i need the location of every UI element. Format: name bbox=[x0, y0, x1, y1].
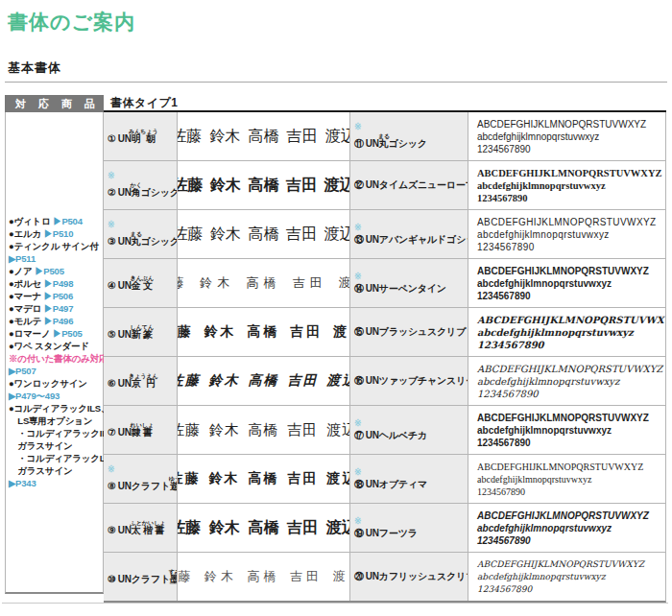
product-item: ●ワンロックサイン bbox=[9, 377, 103, 390]
font-label-cell: ※②UN角かくゴシック bbox=[104, 161, 178, 209]
table-row: ①UN明朝みんちょう佐藤 鈴木 高橋 吉田 渡辺※⑪UN丸まるゴシックABCDE… bbox=[104, 112, 665, 161]
product-item: ●マデロ ▶P497 bbox=[9, 302, 103, 315]
latin-sample: ABCDEFGHIJKLMNOPQRSTUVWXYZabcdefghijklmn… bbox=[468, 210, 665, 258]
font-number: ⑩ bbox=[108, 574, 116, 584]
section-title: 基本書体 bbox=[8, 60, 61, 75]
kanji-sample: 佐藤 鈴木 高橋 吉田 渡辺 bbox=[178, 112, 350, 160]
font-label-cell: ※⑬UNアバンギャルドゴシック bbox=[350, 210, 468, 258]
font-number: ⑪ bbox=[354, 138, 364, 149]
font-label-cell: ※⑧UNクラフト遊ゆう bbox=[104, 455, 178, 503]
product-item: LS専用オプション bbox=[9, 415, 103, 427]
font-number: ⑯ bbox=[354, 375, 364, 386]
kanji-sample: 佐藤 鈴木 高橋 吉田 渡辺 bbox=[178, 553, 350, 601]
product-item: ▶P343 bbox=[9, 477, 103, 489]
product-name: ●マーナ bbox=[9, 291, 43, 301]
latin-line: 1234567890 bbox=[477, 437, 665, 449]
latin-sample: ABCDEFGHIJKLMNOPQRSTUVWXYZabcdefghijklmn… bbox=[468, 455, 665, 503]
latin-sample: ABCDEFGHIJKLMNOPQRSTUVWXYZabcdefghijklmn… bbox=[468, 161, 665, 209]
latin-sample: ABCDEFGHIJKLMNOPQRSTUVWXYZabcdefghijklmn… bbox=[468, 308, 665, 356]
font-name: ④UN金文きんぶん bbox=[108, 275, 177, 292]
font-name: ⑫UNタイムズニューローマン bbox=[354, 179, 468, 191]
latin-line: ABCDEFGHIJKLMNOPQRSTUVWXYZ bbox=[477, 461, 665, 473]
font-name: ②UN角かくゴシック bbox=[108, 182, 177, 199]
page-title: 書体のご案内 bbox=[8, 9, 135, 36]
font-name: ⑱UNオプティマ bbox=[354, 479, 468, 490]
product-item: ●モルテ ▶P496 bbox=[9, 315, 103, 327]
page-link[interactable]: ▶P505 bbox=[35, 266, 64, 276]
font-label-cell: ※⑲UNフーツラ bbox=[350, 504, 468, 552]
table-row: ⑥UN京円きょうえん佐藤 鈴木 高橋 吉田 渡辺⑯UNツァップチャンスリーABC… bbox=[104, 357, 665, 406]
kanji-sample: 佐藤 鈴木 高橋 吉田 渡辺 bbox=[178, 259, 350, 307]
page-link[interactable]: ▶P496 bbox=[44, 316, 74, 326]
font-number: ⑫ bbox=[354, 179, 364, 190]
font-table: 対応商品 ●ヴィトロ ▶P504●エルカ ▶P510●ティンクル サイン付▶P5… bbox=[5, 95, 666, 603]
kanji-sample: 佐藤 鈴木 高橋 吉田 渡辺 bbox=[178, 406, 350, 454]
latin-line: ABCDEFGHIJKLMNOPQRSTUVWXYZ bbox=[477, 509, 665, 522]
page-link[interactable]: ▶P343 bbox=[9, 478, 36, 488]
font-label-cell: ⑥UN京円きょうえん bbox=[104, 357, 178, 405]
product-name: ・コルディアラックILS bbox=[9, 428, 113, 438]
font-name: ⑩UNクラフト墨すみ bbox=[108, 569, 177, 585]
page-link[interactable]: ▶P511 bbox=[9, 253, 36, 264]
font-name: ⑬UNアバンギャルドゴシック bbox=[354, 234, 468, 246]
page-link[interactable]: ▶P505 bbox=[53, 328, 83, 339]
latin-line: 1234567890 bbox=[477, 583, 665, 596]
product-item: ●ティンクル サイン付 bbox=[9, 240, 103, 252]
latin-line: abcdefghijklmnopqrstuvwxyz bbox=[477, 424, 665, 437]
note-text: ※の付いた書体のみ対応 bbox=[9, 353, 108, 364]
latin-line: abcdefghijklmnopqrstuvwxyz bbox=[477, 375, 665, 388]
page-link[interactable]: ▶P497 bbox=[44, 303, 74, 314]
page-link[interactable]: ▶P504 bbox=[53, 216, 83, 226]
latin-line: abcdefghijklmnopqrstuvwxyz bbox=[477, 179, 665, 192]
font-name: ⑲UNフーツラ bbox=[354, 528, 468, 539]
font-number: ⑦ bbox=[108, 427, 116, 438]
table-row: ※②UN角かくゴシック佐藤 鈴木 高橋 吉田 渡辺⑫UNタイムズニューローマンA… bbox=[104, 161, 665, 210]
font-number: ⑤ bbox=[108, 329, 116, 340]
font-label-cell: ④UN金文きんぶん bbox=[104, 259, 178, 307]
product-item: ●ワペ スタンダード bbox=[9, 340, 103, 352]
latin-line: abcdefghijklmnopqrstuvwxyz bbox=[477, 522, 665, 534]
latin-sample: ABCDEFGHIJKLMNOPQRSTUVWXYZabcdefghijklmn… bbox=[468, 553, 665, 601]
star-mark: ※ bbox=[354, 419, 468, 428]
star-mark: ※ bbox=[354, 224, 468, 232]
kanji-sample: 佐藤 鈴木 高橋 吉田 渡辺 bbox=[178, 210, 350, 258]
font-number: ③ bbox=[108, 236, 116, 247]
font-label-cell: ⑳UNカフリッシュスクリプト bbox=[350, 553, 468, 601]
font-name: ⑥UN京円きょうえん bbox=[108, 373, 177, 390]
latin-line: ABCDEFGHIJKLMNOPQRSTUVWXYZ bbox=[477, 412, 665, 424]
font-label-cell: ※③UN丸まるゴシック bbox=[104, 210, 178, 258]
products-header: 対応商品 bbox=[5, 95, 104, 112]
star-mark: ※ bbox=[354, 517, 468, 526]
page-link[interactable]: ▶P510 bbox=[44, 228, 74, 239]
latin-line: 1234567890 bbox=[477, 486, 665, 498]
font-label-cell: ※⑭UNサーペンタイン bbox=[350, 259, 468, 307]
product-item: ガラスサイン bbox=[9, 439, 103, 452]
page-link[interactable]: ▶P498 bbox=[44, 278, 74, 289]
star-mark: ※ bbox=[108, 465, 177, 474]
font-number: ⑲ bbox=[354, 528, 364, 538]
font-number: ⑳ bbox=[354, 571, 364, 581]
page-link[interactable]: ▶P507 bbox=[9, 366, 36, 376]
latin-line: ABCDEFGHIJKLMNOPQRSTUVWXYZ bbox=[477, 167, 665, 179]
latin-line: 1234567890 bbox=[477, 192, 665, 204]
page-link[interactable]: ▶P479〜493 bbox=[9, 391, 60, 401]
font-name: ⑭UNサーペンタイン bbox=[354, 283, 468, 295]
product-item: ●コルディアラックILS、 bbox=[9, 402, 103, 415]
latin-sample: ABCDEFGHIJKLMNOPQRSTUVWXYZabcdefghijklmn… bbox=[468, 357, 665, 405]
kanji-sample: 佐藤 鈴木 高橋 吉田 渡辺 bbox=[178, 308, 350, 356]
font-number: ① bbox=[108, 133, 116, 144]
product-name: ・コルディアラックLS bbox=[9, 453, 111, 463]
page-link[interactable]: ▶P506 bbox=[43, 291, 73, 301]
font-label-cell: ⑫UNタイムズニューローマン bbox=[350, 161, 468, 209]
product-item: ●ノア ▶P505 bbox=[9, 265, 103, 277]
latin-line: 1234567890 bbox=[477, 388, 665, 400]
table-row: ※⑧UNクラフト遊ゆう佐藤 鈴木 高橋 吉田 渡辺※⑱UNオプティマABCDEF… bbox=[104, 455, 665, 504]
latin-sample: ABCDEFGHIJKLMNOPQRSTUVWXYZabcdefghijklmn… bbox=[468, 406, 665, 454]
font-number: ④ bbox=[108, 280, 116, 291]
font-name: ⑰UNヘルベチカ bbox=[354, 430, 468, 441]
font-name: ⑦UN隷書れいしょ bbox=[108, 422, 177, 438]
font-label-cell: ⑯UNツァップチャンスリー bbox=[350, 357, 468, 405]
font-label-cell: ⑦UN隷書れいしょ bbox=[104, 406, 178, 454]
font-name: ⑮UNブラッシュスクリプト bbox=[354, 326, 468, 338]
product-name: ●ノア bbox=[9, 266, 35, 276]
